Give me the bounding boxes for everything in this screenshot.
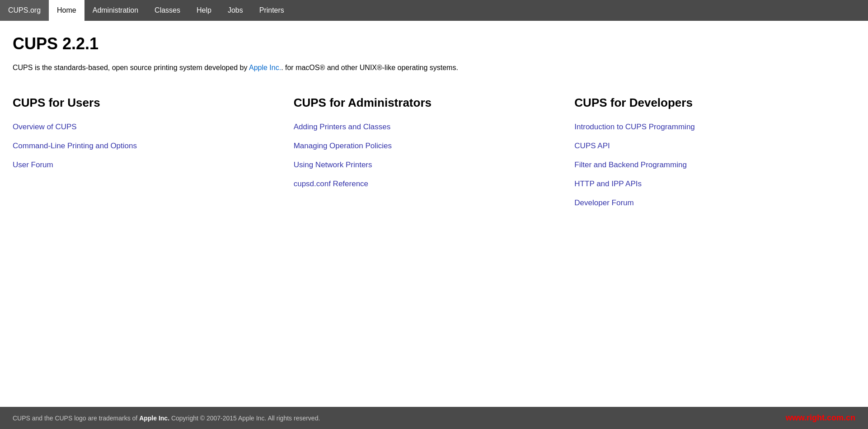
- nav-brand[interactable]: CUPS.org: [0, 0, 49, 21]
- list-item: Filter and Backend Programming: [574, 160, 837, 170]
- users-links: Overview of CUPS Command-Line Printing a…: [13, 123, 276, 170]
- developers-heading: CUPS for Developers: [574, 96, 837, 110]
- main-nav: CUPS.org Home Administration Classes Hel…: [0, 0, 868, 21]
- page-title: CUPS 2.2.1: [13, 34, 855, 53]
- admins-links: Adding Printers and Classes Managing Ope…: [294, 123, 557, 189]
- columns-container: CUPS for Users Overview of CUPS Command-…: [13, 96, 855, 217]
- users-column: CUPS for Users Overview of CUPS Command-…: [13, 96, 294, 217]
- nav-jobs[interactable]: Jobs: [220, 0, 251, 21]
- nav-home[interactable]: Home: [49, 0, 84, 21]
- footer: CUPS and the CUPS logo are trademarks of…: [0, 407, 868, 429]
- http-ipp-link[interactable]: HTTP and IPP APIs: [574, 179, 642, 188]
- nav-printers[interactable]: Printers: [251, 0, 292, 21]
- user-forum-link[interactable]: User Forum: [13, 160, 53, 169]
- managing-policies-link[interactable]: Managing Operation Policies: [294, 141, 392, 150]
- cupsd-conf-link[interactable]: cupsd.conf Reference: [294, 179, 368, 188]
- footer-left: CUPS and the CUPS logo are trademarks of…: [13, 415, 320, 422]
- users-heading: CUPS for Users: [13, 96, 276, 110]
- footer-apple-inc: Apple Inc.: [139, 415, 169, 422]
- list-item: Using Network Printers: [294, 160, 557, 170]
- adding-printers-link[interactable]: Adding Printers and Classes: [294, 123, 391, 131]
- list-item: Adding Printers and Classes: [294, 123, 557, 132]
- filter-backend-link[interactable]: Filter and Backend Programming: [574, 160, 687, 169]
- cups-api-link[interactable]: CUPS API: [574, 141, 610, 150]
- nav-classes[interactable]: Classes: [146, 0, 188, 21]
- main-content: CUPS 2.2.1 CUPS is the standards-based, …: [0, 21, 868, 407]
- developer-forum-link[interactable]: Developer Forum: [574, 198, 633, 207]
- list-item: Managing Operation Policies: [294, 141, 557, 151]
- list-item: Introduction to CUPS Programming: [574, 123, 837, 132]
- overview-of-cups-link[interactable]: Overview of CUPS: [13, 123, 77, 131]
- command-line-printing-link[interactable]: Command-Line Printing and Options: [13, 141, 137, 150]
- intro-before: CUPS is the standards-based, open source…: [13, 64, 249, 71]
- admins-heading: CUPS for Administrators: [294, 96, 557, 110]
- network-printers-link[interactable]: Using Network Printers: [294, 160, 372, 169]
- list-item: Developer Forum: [574, 198, 837, 207]
- developers-links: Introduction to CUPS Programming CUPS AP…: [574, 123, 837, 207]
- nav-administration[interactable]: Administration: [84, 0, 146, 21]
- footer-left-text: CUPS and the CUPS logo are trademarks of: [13, 415, 139, 422]
- intro-cups-programming-link[interactable]: Introduction to CUPS Programming: [574, 123, 694, 131]
- list-item: Command-Line Printing and Options: [13, 141, 276, 151]
- intro-after: . for macOS® and other UNIX®-like operat…: [281, 64, 458, 71]
- admins-column: CUPS for Administrators Adding Printers …: [294, 96, 575, 217]
- list-item: User Forum: [13, 160, 276, 170]
- footer-right-brand: www.right.com.cn: [786, 413, 855, 423]
- footer-after-text: Copyright © 2007-2015 Apple Inc. All rig…: [169, 415, 320, 422]
- list-item: HTTP and IPP APIs: [574, 179, 837, 189]
- developers-column: CUPS for Developers Introduction to CUPS…: [574, 96, 855, 217]
- list-item: Overview of CUPS: [13, 123, 276, 132]
- list-item: cupsd.conf Reference: [294, 179, 557, 189]
- nav-help[interactable]: Help: [188, 0, 220, 21]
- apple-inc-link[interactable]: Apple Inc.: [249, 64, 281, 71]
- intro-paragraph: CUPS is the standards-based, open source…: [13, 62, 855, 73]
- list-item: CUPS API: [574, 141, 837, 151]
